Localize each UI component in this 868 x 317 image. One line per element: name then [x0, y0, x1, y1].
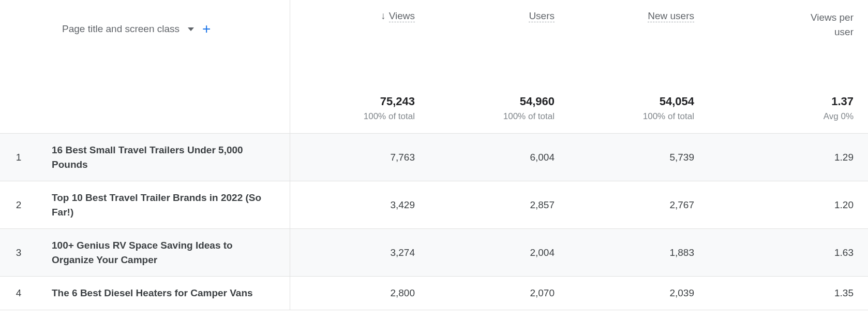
row-users: 6,004	[429, 134, 569, 181]
row-views-per-user: 1.35	[709, 277, 868, 310]
row-users: 2,004	[429, 229, 569, 277]
chevron-down-icon	[188, 27, 194, 31]
table-row[interactable]: 4 The 6 Best Diesel Heaters for Camper V…	[0, 277, 868, 310]
analytics-table: Page title and screen class + ↓Views Use…	[0, 0, 868, 310]
row-index: 3	[0, 229, 52, 277]
row-views-per-user: 1.20	[709, 181, 868, 229]
column-header-views-per-user[interactable]: Views per user	[709, 0, 868, 43]
column-header-new-users[interactable]: New users	[569, 0, 709, 43]
dimension-picker[interactable]: Page title and screen class +	[0, 10, 275, 36]
row-index: 2	[0, 181, 52, 229]
table-row[interactable]: 1 16 Best Small Travel Trailers Under 5,…	[0, 134, 868, 181]
row-users: 2,070	[429, 277, 569, 310]
table-row[interactable]: 2 Top 10 Best Travel Trailer Brands in 2…	[0, 181, 868, 229]
row-index: 4	[0, 277, 52, 310]
row-title[interactable]: The 6 Best Diesel Heaters for Camper Van…	[52, 277, 290, 310]
table-row[interactable]: 3 100+ Genius RV Space Saving Ideas to O…	[0, 229, 868, 277]
row-new-users: 1,883	[569, 229, 709, 277]
row-users: 2,857	[429, 181, 569, 229]
column-header-views[interactable]: ↓Views	[290, 0, 429, 43]
row-title[interactable]: 16 Best Small Travel Trailers Under 5,00…	[52, 134, 290, 181]
row-views: 3,274	[290, 229, 429, 277]
total-views: 75,243 100% of total	[290, 43, 429, 134]
row-views: 7,763	[290, 134, 429, 181]
row-views-per-user: 1.29	[709, 134, 868, 181]
add-dimension-button[interactable]: +	[202, 22, 211, 36]
total-new-users: 54,054 100% of total	[569, 43, 709, 134]
row-views-per-user: 1.63	[709, 229, 868, 277]
row-new-users: 5,739	[569, 134, 709, 181]
row-title[interactable]: 100+ Genius RV Space Saving Ideas to Org…	[52, 229, 290, 277]
sort-descending-icon: ↓	[381, 10, 386, 22]
row-title[interactable]: Top 10 Best Travel Trailer Brands in 202…	[52, 181, 290, 229]
total-users: 54,960 100% of total	[429, 43, 569, 134]
row-new-users: 2,039	[569, 277, 709, 310]
row-new-users: 2,767	[569, 181, 709, 229]
row-views: 2,800	[290, 277, 429, 310]
column-header-users[interactable]: Users	[429, 0, 569, 43]
row-index: 1	[0, 134, 52, 181]
dimension-label: Page title and screen class	[62, 23, 179, 35]
row-views: 3,429	[290, 181, 429, 229]
total-views-per-user: 1.37 Avg 0%	[709, 43, 868, 134]
